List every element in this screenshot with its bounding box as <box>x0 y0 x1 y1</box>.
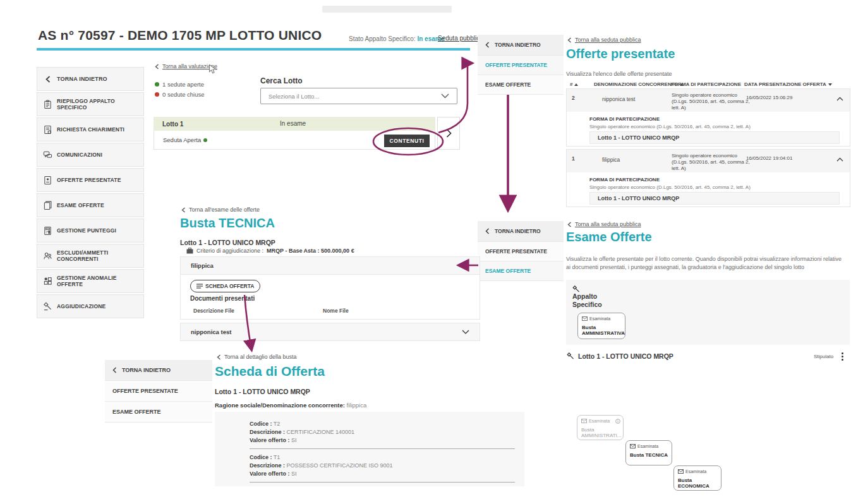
card-status: Esaminata <box>678 469 717 474</box>
sidebar-item-label: RICHIESTA CHIARIMENTI <box>57 126 124 133</box>
col-data-label: DATA PRESENTAZIONE OFFERTA <box>744 81 826 87</box>
sidebar-item-chiarimenti[interactable]: RICHIESTA CHIARIMENTI <box>37 117 144 141</box>
mini-mid-offerte-presentate[interactable]: OFFERTE PRESENTATE <box>478 242 564 261</box>
sidebar-item-comunicazioni[interactable]: COMUNICAZIONI <box>37 143 144 167</box>
codice-label: Codice : <box>250 454 272 460</box>
offer-forma: Singolo operatore economico (D.Lgs. 50/2… <box>672 153 755 172</box>
info-icon[interactable] <box>615 419 620 424</box>
sidebar-item-riepilogo[interactable]: RIEPILOGO APPALTO SPECIFICO <box>37 92 144 116</box>
chevron-left-icon <box>567 37 572 43</box>
lotto-select[interactable]: Seleziona il Lotto... <box>260 88 457 104</box>
descrizione-value: POSSESSO CERTIFICAZIONE ISO 9001 <box>287 462 393 469</box>
mini-bottom-back-button[interactable]: TORNA INDIETRO <box>105 360 212 381</box>
card-status-label: Esaminata <box>589 419 610 423</box>
card-label: Busta AMMINISTRATIVA <box>582 325 621 336</box>
card-status-label: Esaminata <box>589 316 610 321</box>
sort-desc-icon <box>828 83 832 86</box>
col-forma-label: FORMA DI PARTECIPAZIONE <box>671 81 741 87</box>
offer-date: 16/05/2022 15:06:29 <box>746 95 792 100</box>
card-busta-amministrativa[interactable]: Esaminata Busta AMMINISTRATI... <box>577 415 624 440</box>
mini-top-back-label: TORNA INDIETRO <box>495 42 541 48</box>
sidebar-item-anomalie[interactable]: GESTIONE ANOMALIE OFFERTE <box>37 269 144 293</box>
card-busta-tecnica[interactable]: Esaminata Busta TECNICA <box>625 440 672 465</box>
offer-forma: Singolo operatore economico (D.Lgs. 50/2… <box>672 92 755 111</box>
descrizione-label: Descrizione : <box>250 462 285 469</box>
card-status: Esaminata <box>630 444 668 448</box>
offer-row[interactable]: 1 filippica Singolo operatore economico … <box>567 150 850 172</box>
header-divider <box>37 48 470 51</box>
kebab-menu-icon[interactable] <box>840 351 845 362</box>
scheda-back-label: Torna al dettaglio della busta <box>224 354 297 360</box>
sidebar-item-esame-offerte[interactable]: ESAME OFFERTE <box>37 193 144 217</box>
mini-mid-esame-offerte[interactable]: ESAME OFFERTE <box>478 261 564 281</box>
open-lot-chevron-button[interactable] <box>437 117 460 150</box>
busta-back-label: Torna all'esame delle offerte <box>189 207 260 213</box>
mini-bottom-esame-offerte[interactable]: ESAME OFFERTE <box>105 402 212 423</box>
scheda-offerta-button[interactable]: SCHEDA OFFERTA <box>190 280 260 292</box>
clipboard-icon <box>43 100 52 109</box>
forma-label: FORMA DI PARTECIPAZIONE <box>589 177 660 183</box>
card-label: Busta ECONOMICA <box>678 477 717 489</box>
status-label: Stato Appalto Specifico: <box>349 35 416 42</box>
chevron-left-icon <box>155 64 159 69</box>
envelope-icon <box>581 419 587 423</box>
chevron-left-icon <box>485 42 490 48</box>
mini-bottom-offerte-presentate[interactable]: OFFERTE PRESENTATE <box>105 381 212 402</box>
offer-num: 1 <box>572 155 575 162</box>
offer-document-icon <box>43 176 52 185</box>
card-status: Esaminata <box>582 316 621 321</box>
main-sidebar: TORNA INDIETRO RIEPILOGO APPALTO SPECIFI… <box>37 67 144 320</box>
offer-values-box: Codice : T2 Descrizione : CERTIFICAZIONE… <box>215 412 524 486</box>
sidebar-item-label: ESAME OFFERTE <box>57 202 104 208</box>
accordion-filippica[interactable]: filippica <box>180 256 480 275</box>
sidebar-item-escludi-ammetti[interactable]: ESCLUDI/AMMETTI CONCORRENTI <box>37 244 144 268</box>
sidebar-item-aggiudicazione[interactable]: AGGIUDICAZIONE <box>37 294 144 318</box>
mini-sidebar-top: TORNA INDIETRO OFFERTE PRESENTATE ESAME … <box>478 35 564 95</box>
card-busta-economica[interactable]: Esaminata Busta ECONOMICA <box>673 465 721 491</box>
esame-back-link[interactable]: Torna alla seduta pubblica <box>567 221 641 227</box>
offer-item: Codice : T2 Descrizione : CERTIFICAZIONE… <box>250 420 354 445</box>
sidebar-item-label: OFFERTE PRESENTATE <box>57 177 121 183</box>
mini-top-back-button[interactable]: TORNA INDIETRO <box>478 35 564 56</box>
forma-value: Singolo operatore economico (D.Lgs. 50/2… <box>589 184 751 190</box>
valore-value: SI <box>291 471 297 477</box>
esame-lot-title: Lotto 1 - LOTTO UNICO MRQP <box>578 352 673 360</box>
contenuti-button[interactable]: CONTENUTI <box>384 135 430 147</box>
offerte-back-link[interactable]: Torna alla seduta pubblica <box>567 37 641 43</box>
state-header-cell: In esame <box>280 120 306 127</box>
codice-label: Codice : <box>250 421 272 427</box>
offerte-title: Offerte presentate <box>566 47 675 61</box>
busta-amministrativa-card[interactable]: Esaminata Busta AMMINISTRATIVA <box>577 313 625 339</box>
col-header-data[interactable]: DATA PRESENTAZIONE OFFERTA <box>744 81 832 87</box>
busta-back-link[interactable]: Torna all'esame delle offerte <box>181 207 260 213</box>
documents-icon <box>43 201 52 210</box>
anomaly-grid-icon <box>43 277 52 286</box>
legend-closed: 0 sedute chiuse <box>155 91 205 98</box>
appalto-specifico-label: Appalto Specifico <box>572 292 612 309</box>
chevron-left-icon <box>485 228 490 234</box>
col-name-label: DENOMINAZIONE CONCORRENTE <box>594 81 678 87</box>
forma-value: Singolo operatore economico (D.Lgs. 50/2… <box>589 124 751 129</box>
people-icon <box>43 251 52 261</box>
sidebar-item-gestione-punteggi[interactable]: GESTIONE PUNTEGGI <box>37 219 144 243</box>
sidebar-item-offerte-presentate[interactable]: OFFERTE PRESENTATE <box>37 168 144 192</box>
mini-bottom-back-label: TORNA INDIETRO <box>122 367 171 373</box>
mini-mid-back-button[interactable]: TORNA INDIETRO <box>478 221 564 242</box>
lot-header-cell: Lotto 1 <box>154 121 183 128</box>
scheda-back-link[interactable]: Torna al dettaglio della busta <box>217 354 297 360</box>
gavel-icon <box>567 352 574 360</box>
offer-row[interactable]: 2 nipponica test Singolo operatore econo… <box>567 89 850 112</box>
col-header-num[interactable]: # <box>570 81 578 87</box>
offer-num: 2 <box>572 95 575 101</box>
mini-top-offerte-presentate[interactable]: OFFERTE PRESENTATE <box>478 56 564 75</box>
scheda-title: Scheda di Offerta <box>215 364 325 378</box>
mini-top-esame-offerte[interactable]: ESAME OFFERTE <box>478 75 564 95</box>
collapse-chevron-icon[interactable] <box>836 96 843 102</box>
seduta-pubblica-link[interactable]: Seduta pubblica <box>438 35 483 42</box>
col-header-name[interactable]: DENOMINAZIONE CONCORRENTE <box>594 81 684 87</box>
collapse-chevron-icon[interactable] <box>836 157 843 163</box>
valore-label: Valore offerto : <box>250 471 290 477</box>
accordion-nipponica[interactable]: nipponica test <box>180 323 480 341</box>
sidebar-back-button[interactable]: TORNA INDIETRO <box>37 67 144 91</box>
col-header-forma[interactable]: FORMA DI PARTECIPAZIONE <box>671 81 741 87</box>
